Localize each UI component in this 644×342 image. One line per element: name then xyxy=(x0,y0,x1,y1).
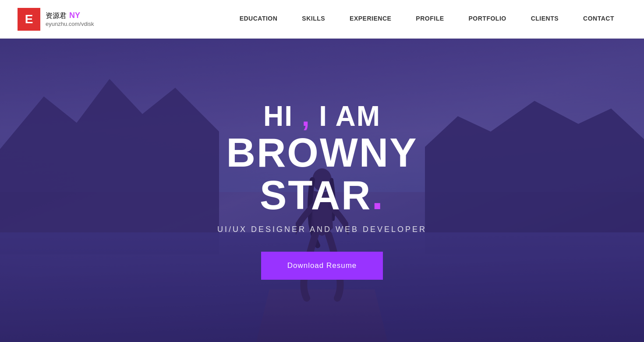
nav-experience[interactable]: EXPERIENCE xyxy=(337,0,403,39)
hero-subtitle: UI/UX DESIGNER AND WEB DEVELOPER xyxy=(217,225,427,234)
hero-comma: , xyxy=(302,100,311,132)
logo-area: E 资源君NY eyunzhu.com/vdisk xyxy=(18,8,94,31)
hero-name-line1: BROWNY xyxy=(226,132,418,174)
main-nav: EDUCATION SKILLS EXPERIENCE PROFILE PORT… xyxy=(227,0,626,39)
nav-profile[interactable]: PROFILE xyxy=(403,0,456,39)
hero-greeting: HI , I AM xyxy=(263,101,381,132)
logo-letter: E xyxy=(25,12,33,26)
hero-section: HI , I AM BROWNY STAR. UI/UX DESIGNER AN… xyxy=(0,0,644,342)
download-resume-button[interactable]: Download Resume xyxy=(261,252,383,280)
nav-clients[interactable]: CLIENTS xyxy=(519,0,571,39)
logo-title: 资源君NY xyxy=(46,11,94,21)
nav-contact[interactable]: CONTACT xyxy=(571,0,626,39)
nav-education[interactable]: EDUCATION xyxy=(227,0,290,39)
hero-dot: . xyxy=(372,173,385,217)
hero-name-line2: STAR. xyxy=(260,174,384,217)
logo-ny: NY xyxy=(69,11,80,20)
logo-text: 资源君NY eyunzhu.com/vdisk xyxy=(46,11,94,27)
hero-star-text: STAR xyxy=(260,173,372,217)
logo-subtitle: eyunzhu.com/vdisk xyxy=(46,21,94,27)
logo-icon: E xyxy=(18,8,40,31)
nav-skills[interactable]: SKILLS xyxy=(290,0,337,39)
hero-content: HI , I AM BROWNY STAR. UI/UX DESIGNER AN… xyxy=(0,0,644,342)
nav-portfolio[interactable]: PORTFOLIO xyxy=(456,0,519,39)
header: E 资源君NY eyunzhu.com/vdisk EDUCATION SKIL… xyxy=(0,0,644,39)
